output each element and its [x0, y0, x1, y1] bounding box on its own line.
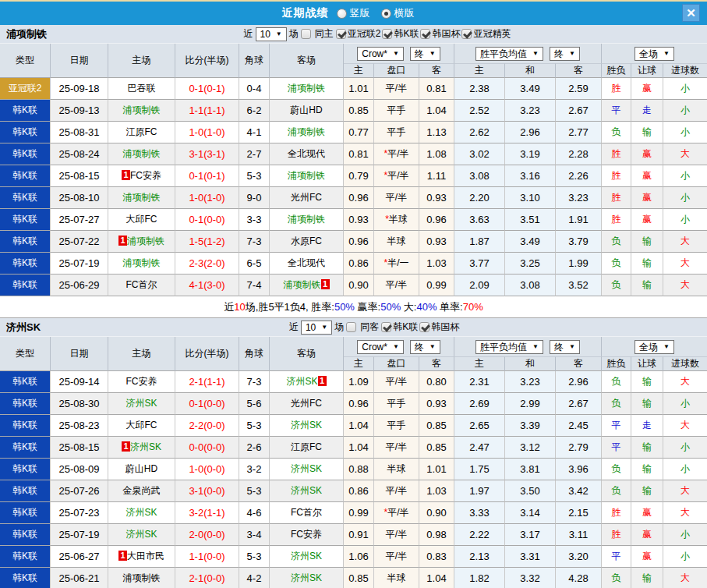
- mean-odds: 1.87: [454, 231, 505, 253]
- sub-column-header: 胜负: [602, 63, 631, 78]
- match-score: 2-0(0-0): [175, 524, 239, 546]
- odds-line: 半球: [374, 231, 419, 253]
- result-flag: 负: [602, 480, 631, 502]
- league-badge: 韩K联: [0, 437, 51, 459]
- match-count-select[interactable]: 10▼: [256, 27, 287, 41]
- same-venue-label[interactable]: 同主: [315, 27, 334, 41]
- league-badge: 韩K联: [0, 480, 51, 502]
- column-header: 主场: [108, 44, 175, 78]
- match-row: 韩K联25-09-14FC安养2-1(1-1)7-3济州SK11.09平/半0.…: [0, 371, 707, 393]
- odds-stage-select-arrow-icon: ▼: [430, 48, 436, 59]
- match-date: 25-08-15: [51, 437, 108, 459]
- layout-radio-unselected[interactable]: [337, 9, 347, 19]
- scope-select[interactable]: 全场▼: [635, 47, 674, 61]
- odds-away: 1.04: [419, 100, 454, 122]
- match-score: 1-0(1-0): [175, 187, 239, 209]
- scope-select[interactable]: 全场▼: [635, 340, 674, 354]
- close-button[interactable]: ✕: [682, 4, 700, 22]
- match-date: 25-06-21: [51, 568, 108, 588]
- odds-stage-select[interactable]: 终▼: [410, 340, 440, 354]
- league-checkbox[interactable]: [419, 322, 430, 332]
- mean-source-select[interactable]: 胜平负均值▼: [475, 47, 543, 61]
- mean-odds: 2.13: [454, 546, 505, 568]
- odds-line-text: 半球: [387, 572, 406, 583]
- league-checkbox[interactable]: [336, 29, 346, 39]
- league-checkbox-label[interactable]: 韩K联: [393, 321, 418, 334]
- summary-segment: 50%: [334, 301, 355, 313]
- league-checkbox-label[interactable]: 亚冠精英: [473, 27, 511, 41]
- team-name-text: 浦项制铁: [288, 83, 325, 94]
- match-score: 2-1(1-1): [175, 371, 239, 393]
- league-checkbox-label[interactable]: 韩K联: [394, 27, 419, 41]
- odds-line-text: 平手: [387, 420, 406, 430]
- mean-odds: 2.96: [556, 371, 602, 393]
- team-name-text: 济州SK: [291, 485, 322, 496]
- layout-radio-label[interactable]: 横版: [394, 6, 415, 20]
- mean-odds: 2.65: [454, 415, 505, 437]
- league-checkbox[interactable]: [381, 322, 391, 332]
- same-venue-label[interactable]: 同客: [360, 321, 379, 334]
- sub-column-header: 主: [344, 356, 374, 371]
- same-venue-checkbox[interactable]: [346, 322, 356, 332]
- home-team: 蔚山HD: [108, 459, 175, 480]
- mean-odds: 1.82: [454, 568, 505, 588]
- mean-stage-select[interactable]: 终▼: [550, 340, 580, 354]
- mean-odds: 2.45: [556, 415, 602, 437]
- match-count-select[interactable]: 10▼: [301, 321, 332, 335]
- league-checkbox-label[interactable]: 韩国杯: [431, 321, 459, 334]
- filter-near-label: 近: [244, 27, 253, 41]
- league-checkbox-label[interactable]: 亚冠联2: [348, 27, 381, 41]
- section-header-1: 济州SK近10▼场同客韩K联韩国杯: [0, 318, 707, 337]
- away-team: 全北现代: [270, 253, 344, 275]
- column-header: 客场: [270, 44, 344, 78]
- same-venue-checkbox[interactable]: [301, 29, 311, 39]
- team-name-text: 浦项制铁: [123, 104, 161, 115]
- away-team: 浦项制铁1: [270, 275, 344, 296]
- mean-source-select[interactable]: 胜平负均值▼: [475, 340, 543, 354]
- league-checkbox-label[interactable]: 韩国杯: [432, 27, 460, 41]
- odds-away: 0.93: [419, 393, 454, 415]
- odds-line-text: 平/半: [386, 192, 407, 203]
- home-team: 浦项制铁: [108, 187, 175, 209]
- layout-radio-selected[interactable]: [381, 9, 391, 19]
- odds-away: 0.93: [419, 187, 454, 209]
- odds-line: 平/半: [374, 78, 419, 100]
- section-header-0: 浦项制铁近10▼场同主亚冠联2韩K联韩国杯亚冠精英: [0, 25, 707, 44]
- match-score: 1-1(1-1): [175, 100, 239, 122]
- result-flag: 胜: [602, 502, 631, 524]
- league-badge: 韩K联: [0, 100, 51, 122]
- layout-radio-label[interactable]: 竖版: [350, 6, 370, 20]
- mean-odds: 3.12: [505, 437, 556, 459]
- team-name-text: 大邱FC: [126, 214, 157, 225]
- odds-line-text: 平/半: [387, 148, 408, 159]
- league-checkbox[interactable]: [382, 29, 392, 39]
- mean-odds: 3.10: [505, 187, 556, 209]
- mean-odds: 3.23: [505, 371, 556, 393]
- odds-stage-select[interactable]: 终▼: [410, 47, 440, 61]
- league-checkbox[interactable]: [420, 29, 430, 39]
- odds-source-select[interactable]: Crow*▼: [357, 340, 404, 354]
- odds-source-select[interactable]: Crow*▼: [357, 47, 404, 61]
- team-title: 浦项制铁: [0, 27, 47, 41]
- corner-score: 7-4: [239, 275, 270, 296]
- red-card-badge: 1: [118, 236, 127, 246]
- odds-line: *平/半: [374, 502, 419, 524]
- goals-flag: 小: [663, 437, 707, 459]
- mean-odds: 2.47: [454, 437, 505, 459]
- mean-stage-select[interactable]: 终▼: [550, 47, 580, 61]
- away-team: 蔚山HD: [270, 100, 344, 122]
- odds-group-header: Crow*▼终▼: [344, 337, 454, 356]
- league-checkbox[interactable]: [461, 29, 472, 39]
- match-score: 2-2(0-0): [175, 415, 239, 437]
- odds-line-text: 平/半: [387, 507, 408, 518]
- result-flag: 负: [602, 459, 631, 480]
- corner-score: 5-6: [239, 393, 270, 415]
- odds-line: *半/一: [374, 253, 419, 275]
- odds-line-text: 平/半: [386, 441, 407, 452]
- mean-odds: 2.99: [505, 393, 556, 415]
- mean-odds: 3.52: [556, 275, 602, 296]
- red-card-badge: 1: [122, 170, 130, 180]
- handicap-flag: 赢: [631, 187, 663, 209]
- odds-line-text: 平手: [387, 398, 406, 409]
- odds-source-select-arrow-icon: ▼: [393, 342, 399, 352]
